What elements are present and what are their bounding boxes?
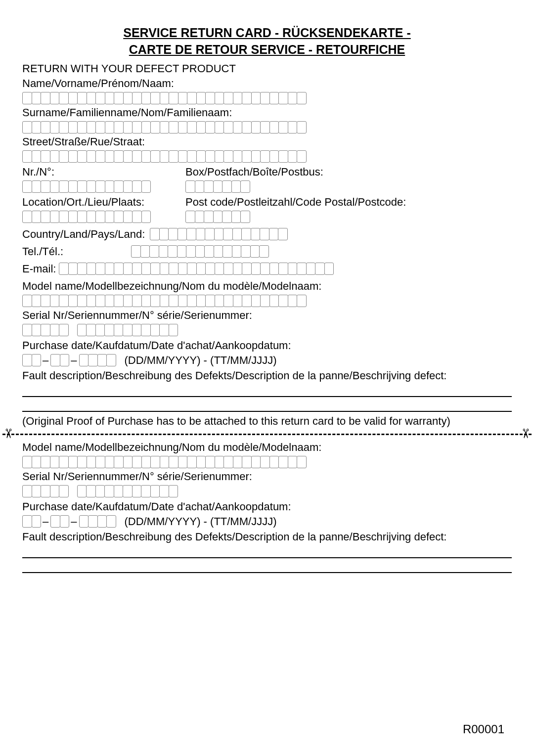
label-box: Box/Postfach/Boîte/Postbus: (185, 166, 512, 178)
fault-line-4[interactable] (22, 560, 512, 573)
label-purchase: Purchase date/Kaufdatum/Date d'achat/Aan… (22, 339, 512, 352)
title-line-2: CARTE DE RETOUR SERVICE - RETOURFICHE (22, 42, 512, 58)
label-email: E-mail: (22, 263, 56, 275)
label-tel: Tel./Tél.: (22, 245, 126, 258)
label-street: Street/Straße/Rue/Straat: (22, 135, 512, 148)
input-postcode[interactable] (185, 211, 512, 223)
fault-line-1[interactable] (22, 384, 512, 397)
input-street[interactable] (22, 150, 512, 163)
input-location[interactable] (22, 211, 185, 223)
cut-line (2, 434, 532, 435)
fault-line-2[interactable] (22, 399, 512, 412)
scissors-icon: ✂ (518, 428, 533, 439)
input-serial-b[interactable] (77, 324, 178, 336)
label-model-2: Model name/Modellbezeichnung/Nom du modè… (22, 441, 512, 454)
label-location: Location/Ort./Lieu/Plaats: (22, 196, 185, 209)
label-name: Name/Vorname/Prénom/Naam: (22, 77, 512, 90)
label-fault-2: Fault description/Beschreibung des Defek… (22, 531, 512, 543)
input-date-year-2[interactable] (79, 515, 116, 528)
label-fault: Fault description/Beschreibung des Defek… (22, 369, 512, 382)
date-dash-1: – (43, 354, 48, 367)
input-model[interactable] (22, 295, 512, 307)
date-dash-4: – (71, 515, 77, 528)
date-dash-3: – (43, 515, 48, 528)
input-date-year[interactable] (79, 354, 116, 366)
input-serial-a[interactable] (22, 324, 68, 336)
label-serial: Serial Nr/Seriennummer/N° série/Serienum… (22, 309, 512, 322)
input-email[interactable] (59, 263, 333, 275)
label-purchase-2: Purchase date/Kaufdatum/Date d'achat/Aan… (22, 500, 512, 513)
input-model-2[interactable] (22, 456, 512, 468)
proof-note: (Original Proof of Purchase has to be at… (22, 415, 512, 428)
input-surname[interactable] (22, 121, 512, 133)
date-hint-2: (DD/MM/YYYY) - (TT/MM/JJJJ) (125, 515, 277, 528)
label-postcode: Post code/Postleitzahl/Code Postal/Postc… (185, 196, 512, 209)
label-surname: Surname/Familienname/Nom/Familienaam: (22, 106, 512, 119)
input-tel[interactable] (131, 245, 268, 258)
date-dash-2: – (71, 354, 77, 367)
input-date-day[interactable] (22, 354, 41, 366)
input-serial-2b[interactable] (77, 485, 178, 497)
return-with-heading: RETURN WITH YOUR DEFECT PRODUCT (22, 62, 512, 75)
input-nr[interactable] (22, 180, 185, 193)
label-serial-2: Serial Nr/Seriennummer/N° série/Serienum… (22, 470, 512, 483)
input-date-day-2[interactable] (22, 515, 41, 528)
date-hint: (DD/MM/YYYY) - (TT/MM/JJJJ) (125, 354, 277, 367)
input-serial-2a[interactable] (22, 485, 68, 497)
footer-code: R00001 (463, 722, 504, 736)
input-name[interactable] (22, 92, 512, 104)
fault-line-3[interactable] (22, 545, 512, 558)
input-country[interactable] (150, 228, 287, 240)
input-box[interactable] (185, 180, 512, 193)
label-nr: Nr./N°: (22, 166, 185, 178)
title-line-1: SERVICE RETURN CARD - RÜCKSENDEKARTE - (22, 25, 512, 42)
input-date-month-2[interactable] (50, 515, 69, 528)
input-date-month[interactable] (50, 354, 69, 366)
label-model: Model name/Modellbezeichnung/Nom du modè… (22, 280, 512, 293)
label-country: Country/Land/Pays/Land: (22, 228, 145, 241)
